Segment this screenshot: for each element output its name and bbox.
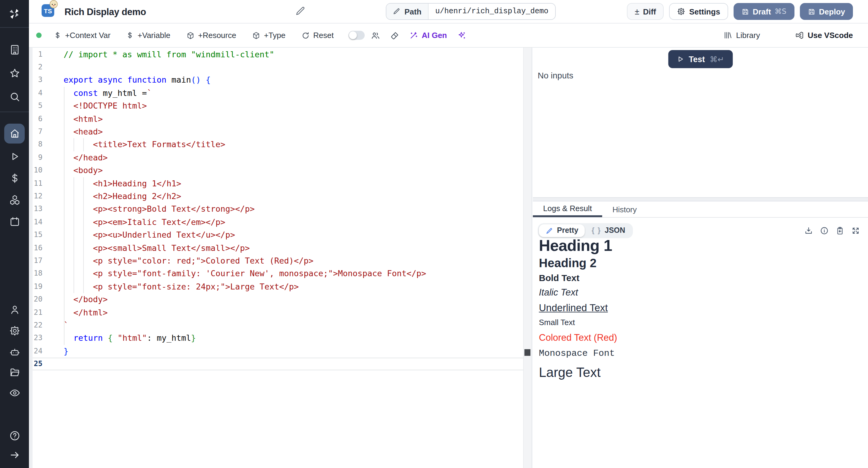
code-line[interactable]: 19 <p style="font-size: 24px;">Large Tex… (29, 280, 523, 293)
code-line[interactable]: 23 return { "html": my_html} (29, 332, 523, 345)
line-number: 20 (29, 293, 42, 306)
diff-mode-toggle[interactable] (348, 31, 364, 40)
pretty-view-button[interactable]: Pretty (539, 224, 585, 237)
code-line[interactable]: 15 <p><u>Underlined Text</u></p> (29, 229, 523, 241)
sidebar-item-workers[interactable] (5, 342, 24, 361)
library-button[interactable]: Library (723, 31, 760, 40)
add-variable-button[interactable]: +Variable (126, 31, 170, 40)
sidebar-item-user[interactable] (5, 300, 24, 319)
tab-logs-result[interactable]: Logs & Result (533, 201, 602, 217)
code-line[interactable]: 11 <h1>Heading 1</h1> (29, 177, 523, 190)
add-context-var-button[interactable]: +Context Var (54, 31, 111, 40)
code-line[interactable]: 21 </html> (29, 306, 523, 319)
sidebar-item-search[interactable] (5, 87, 24, 106)
deploy-button[interactable]: Deploy (800, 3, 853, 20)
code-line[interactable]: 16 <p><small>Small Text</small></p> (29, 241, 523, 255)
panel-splitter-horizontal[interactable] (533, 197, 868, 201)
sidebar-expand-button[interactable] (5, 445, 24, 464)
code-line[interactable]: 7 <head> (29, 125, 523, 138)
sidebar-item-help[interactable] (5, 426, 24, 445)
download-result-button[interactable] (804, 226, 813, 235)
sidebar-item-audit-logs[interactable] (5, 383, 24, 402)
code-line[interactable]: 9 </head> (29, 151, 523, 164)
code-line[interactable]: 18 <p style="font-family: 'Courier New',… (29, 267, 523, 281)
code-line[interactable]: 1// import * as wmill from "windmill-cli… (29, 48, 523, 61)
sidebar-item-workspace[interactable] (5, 40, 24, 59)
code-token (64, 269, 93, 278)
code-token: <p style="color: red;">Colored Text (Red… (93, 256, 314, 265)
expand-result-button[interactable] (851, 226, 860, 235)
sidebar-item-resources[interactable] (5, 190, 24, 209)
line-number: 5 (29, 99, 42, 113)
code-line-text: <html> (64, 113, 103, 125)
code-line[interactable]: 17 <p style="color: red;">Colored Text (… (29, 255, 523, 267)
sidebar-item-schedules[interactable] (5, 212, 24, 231)
code-line-text: const my_html =` (64, 87, 152, 99)
line-number: 24 (29, 345, 42, 358)
windmill-logo[interactable] (0, 0, 29, 27)
sidebar-item-variables[interactable] (5, 168, 24, 187)
code-line[interactable]: 22` (29, 319, 523, 332)
code-line-text: <h1>Heading 1</h1> (64, 177, 181, 190)
test-button[interactable]: Test ⌘↵ (668, 50, 733, 68)
code-line-text: </html> (64, 306, 107, 319)
code-token: ` (147, 88, 152, 97)
code-token (64, 307, 73, 317)
line-number: 9 (29, 151, 42, 164)
copy-result-button[interactable] (835, 226, 844, 235)
sidebar-item-home[interactable] (4, 124, 25, 144)
code-line[interactable]: 5 <!DOCTYPE html> (29, 99, 523, 113)
reset-button[interactable]: Reset (301, 31, 334, 40)
edit-title-button[interactable] (296, 6, 306, 16)
code-line[interactable]: 6 <html> (29, 113, 523, 125)
code-token: <html> (73, 114, 103, 123)
sidebar-item-favorites[interactable] (5, 63, 24, 83)
package-icon (186, 31, 194, 39)
code-line[interactable]: 2 (29, 61, 523, 74)
wand-icon (409, 31, 418, 40)
editor-overview-ruler[interactable] (523, 48, 532, 468)
panel-splitter-vertical[interactable] (532, 48, 532, 468)
code-line[interactable]: 12 <h2>Heading 2</h2> (29, 190, 523, 203)
code-line[interactable]: 4 const my_html =` (29, 87, 523, 99)
save-icon (807, 7, 815, 16)
sidebar-item-folders[interactable] (5, 362, 24, 382)
ai-gen-button[interactable]: AI Gen (409, 31, 447, 40)
dollar-icon (9, 172, 20, 184)
code-line[interactable]: 24} (29, 345, 523, 358)
code-line-text: ` (64, 319, 68, 332)
code-token (64, 101, 73, 110)
code-line-text: } (64, 345, 68, 358)
format-code-button[interactable] (390, 30, 399, 40)
search-icon (9, 91, 20, 102)
code-line[interactable]: 20 </body> (29, 293, 523, 306)
multiplayer-button[interactable] (370, 30, 380, 40)
result-bold: Bold Text (539, 272, 864, 284)
arrow-right-icon (9, 449, 20, 461)
draft-shortcut: ⌘S (775, 7, 786, 16)
code-editor[interactable]: 1// import * as wmill from "windmill-cli… (29, 48, 532, 468)
code-token (64, 152, 73, 162)
sidebar-item-runs[interactable] (5, 147, 24, 166)
sidebar-item-settings[interactable] (5, 321, 24, 340)
diff-button[interactable]: ± Diff (627, 3, 664, 20)
draft-button[interactable]: Draft ⌘S (733, 3, 794, 20)
tab-history[interactable]: History (602, 201, 647, 217)
code-line[interactable]: 3export async function main() { (29, 74, 523, 87)
settings-button[interactable]: Settings (670, 3, 728, 20)
code-line[interactable]: 10 <body> (29, 164, 523, 177)
add-resource-button[interactable]: +Resource (186, 31, 236, 40)
path-field[interactable]: Path u/henri/rich_display_demo (386, 3, 555, 20)
code-line[interactable]: 8 <title>Text Formats</title> (29, 138, 523, 151)
code-line[interactable]: 25 (29, 358, 523, 371)
library-label: Library (736, 31, 760, 40)
code-line[interactable]: 14 <p><em>Italic Text</em></p> (29, 215, 523, 229)
use-vscode-button[interactable]: Use VScode (795, 31, 853, 40)
add-type-button[interactable]: +Type (252, 31, 286, 40)
code-line[interactable]: 13 <p><strong>Bold Text</strong></p> (29, 203, 523, 216)
sidebar-divider (0, 27, 29, 28)
result-toolbar: Pretty { } JSON (538, 223, 860, 238)
result-info-button[interactable] (820, 226, 829, 235)
json-view-button[interactable]: { } JSON (585, 224, 632, 237)
ai-sparkles-button[interactable] (457, 30, 466, 40)
